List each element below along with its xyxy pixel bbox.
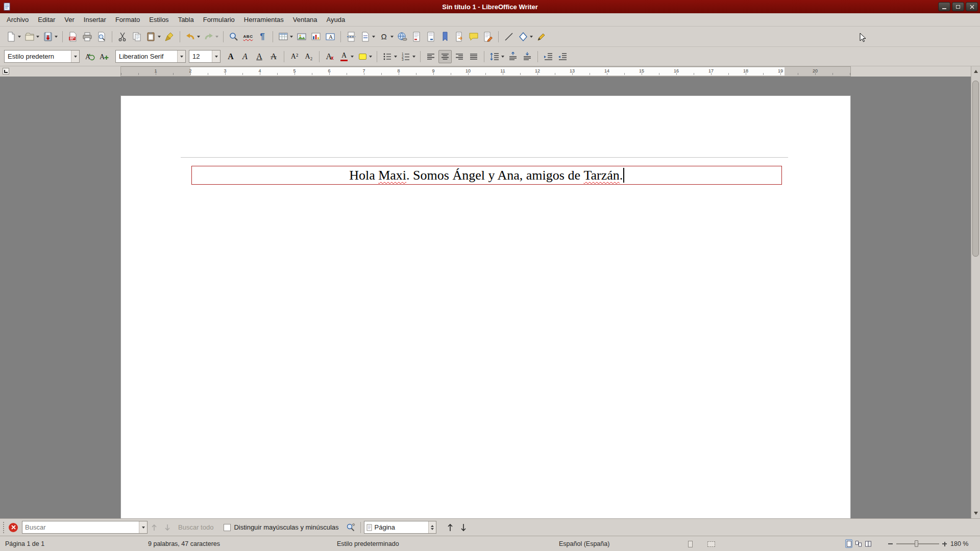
- menu-ventana[interactable]: Ventana: [288, 14, 322, 26]
- italic-button[interactable]: A: [238, 50, 252, 63]
- underline-button[interactable]: A: [253, 50, 266, 63]
- page-number-status[interactable]: Página 1 de 1: [5, 540, 44, 547]
- font-color-button[interactable]: A: [337, 50, 351, 63]
- find-and-replace-button[interactable]: [344, 521, 357, 534]
- navigate-previous-button[interactable]: [444, 521, 457, 534]
- paragraph-style-dropdown[interactable]: [71, 51, 79, 62]
- scroll-down-button[interactable]: [972, 509, 979, 517]
- page-break-button[interactable]: [345, 30, 358, 43]
- increase-indent-button[interactable]: [542, 50, 555, 63]
- clear-formatting-button[interactable]: Ax: [323, 50, 336, 63]
- close-find-bar-button[interactable]: [9, 523, 18, 532]
- font-color-dropdown[interactable]: [350, 50, 355, 63]
- search-input[interactable]: [22, 523, 139, 531]
- close-button[interactable]: [966, 2, 978, 11]
- zoom-out-button[interactable]: [888, 543, 893, 544]
- special-character-button[interactable]: Ω: [377, 30, 390, 43]
- find-all-button[interactable]: Buscar todo: [178, 523, 213, 531]
- menu-editar[interactable]: Editar: [33, 14, 60, 26]
- endnote-button[interactable]: [424, 30, 437, 43]
- new-document-button[interactable]: [5, 30, 18, 43]
- insert-table-button[interactable]: [277, 30, 290, 43]
- insert-field-dropdown[interactable]: [371, 30, 376, 43]
- menu-formulario[interactable]: Formulario: [199, 14, 239, 26]
- numbered-list-button[interactable]: 123: [399, 50, 412, 63]
- menu-tabla[interactable]: Tabla: [174, 14, 199, 26]
- increase-paragraph-spacing-button[interactable]: [506, 50, 520, 63]
- page-style-status[interactable]: Estilo predeterminado: [337, 540, 399, 547]
- scrollbar-thumb[interactable]: [972, 81, 979, 257]
- redo-dropdown[interactable]: [214, 30, 219, 43]
- basic-shapes-button[interactable]: [517, 30, 530, 43]
- scroll-up-button[interactable]: [972, 67, 979, 76]
- export-pdf-button[interactable]: [66, 30, 80, 43]
- font-size-combo[interactable]: 12: [189, 50, 220, 63]
- find-previous-button[interactable]: [148, 521, 161, 534]
- new-document-dropdown[interactable]: [17, 30, 22, 43]
- decrease-indent-button[interactable]: [556, 50, 569, 63]
- font-size-dropdown[interactable]: [212, 51, 220, 62]
- menu-herramientas[interactable]: Herramientas: [239, 14, 288, 26]
- superscript-button[interactable]: A²: [288, 50, 301, 63]
- maximize-button[interactable]: [952, 2, 964, 11]
- menu-formato[interactable]: Formato: [111, 14, 144, 26]
- search-history-dropdown[interactable]: [139, 521, 147, 533]
- document-area[interactable]: Hola Maxi. Somos Ángel y Ana, amigos de …: [0, 77, 971, 518]
- clone-formatting-button[interactable]: [163, 30, 176, 43]
- save-button[interactable]: [41, 30, 55, 43]
- match-case-checkbox[interactable]: [224, 524, 231, 531]
- open-button[interactable]: [23, 30, 36, 43]
- text-frame[interactable]: Hola Maxi. Somos Ángel y Ana, amigos de …: [191, 166, 782, 185]
- zoom-level[interactable]: 180 %: [950, 540, 968, 547]
- bullet-list-dropdown[interactable]: [393, 50, 398, 63]
- paste-dropdown[interactable]: [157, 30, 162, 43]
- track-changes-button[interactable]: [481, 30, 495, 43]
- align-justify-button[interactable]: [467, 50, 480, 63]
- tab-stop-selector[interactable]: [3, 68, 9, 74]
- new-style-button[interactable]: A: [97, 50, 111, 63]
- find-replace-button[interactable]: [227, 30, 240, 43]
- book-view-button[interactable]: [865, 539, 872, 548]
- navigate-next-button[interactable]: [457, 521, 470, 534]
- word-count-status[interactable]: 9 palabras, 47 caracteres: [148, 540, 220, 547]
- zoom-slider-thumb[interactable]: [915, 540, 918, 547]
- menu-archivo[interactable]: Archivo: [2, 14, 33, 26]
- selection-mode-icon[interactable]: [688, 541, 693, 547]
- update-style-button[interactable]: A: [83, 50, 96, 63]
- page[interactable]: Hola Maxi. Somos Ángel y Ana, amigos de …: [120, 95, 851, 518]
- highlight-color-button[interactable]: [356, 50, 369, 63]
- draw-functions-button[interactable]: [535, 30, 548, 43]
- formatting-marks-button[interactable]: ¶: [256, 30, 269, 43]
- menu-estilos[interactable]: Estilos: [144, 14, 173, 26]
- line-spacing-dropdown[interactable]: [500, 50, 505, 63]
- bold-button[interactable]: A: [224, 50, 237, 63]
- find-next-button[interactable]: [161, 521, 174, 534]
- numbered-list-dropdown[interactable]: [411, 50, 416, 63]
- footnote-button[interactable]: [410, 30, 423, 43]
- insert-image-button[interactable]: [295, 30, 308, 43]
- menu-insertar[interactable]: Insertar: [79, 14, 111, 26]
- cut-button[interactable]: [116, 30, 129, 43]
- print-preview-button[interactable]: [95, 30, 108, 43]
- bullet-list-button[interactable]: [381, 50, 394, 63]
- copy-button[interactable]: [130, 30, 143, 43]
- strikethrough-button[interactable]: A: [267, 50, 280, 63]
- paste-button[interactable]: [144, 30, 158, 43]
- save-dropdown[interactable]: [54, 30, 59, 43]
- align-left-button[interactable]: [424, 50, 437, 63]
- cross-reference-button[interactable]: [453, 30, 466, 43]
- insert-table-dropdown[interactable]: [289, 30, 294, 43]
- menu-ver[interactable]: Ver: [60, 14, 79, 26]
- insert-field-button[interactable]: [359, 30, 372, 43]
- insert-textbox-button[interactable]: A: [324, 30, 337, 43]
- language-status[interactable]: Español (España): [559, 540, 609, 547]
- basic-shapes-dropdown[interactable]: [529, 30, 534, 43]
- comment-button[interactable]: [467, 30, 480, 43]
- subscript-button[interactable]: A₂: [302, 50, 315, 63]
- navigate-by-spinner[interactable]: [428, 521, 436, 533]
- undo-button[interactable]: [184, 30, 197, 43]
- font-name-dropdown[interactable]: [177, 51, 185, 62]
- open-dropdown[interactable]: [35, 30, 40, 43]
- vertical-scrollbar[interactable]: [971, 66, 980, 518]
- highlight-color-dropdown[interactable]: [368, 50, 373, 63]
